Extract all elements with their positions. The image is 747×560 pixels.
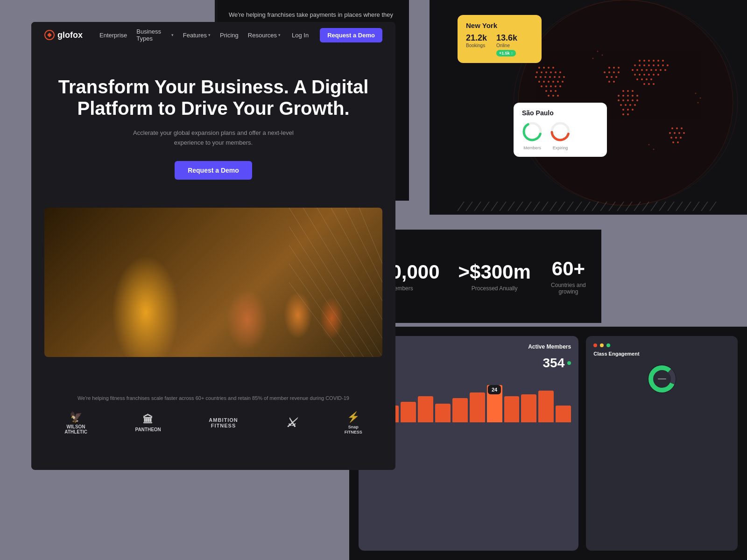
nav-enterprise[interactable]: Enterprise	[99, 32, 127, 39]
svg-line-166	[558, 202, 565, 211]
brand-katana: ⚔	[286, 416, 296, 430]
svg-point-104	[540, 76, 542, 78]
svg-point-11	[618, 99, 620, 101]
svg-point-93	[538, 67, 540, 69]
svg-point-27	[618, 67, 620, 69]
bar-6	[452, 398, 468, 422]
max-dot	[606, 343, 610, 347]
svg-point-117	[545, 85, 547, 87]
svg-point-140	[602, 55, 603, 56]
hero-cta-button[interactable]: Request a Demo	[175, 161, 252, 180]
svg-line-192	[303, 208, 382, 338]
svg-point-101	[555, 71, 557, 73]
svg-point-54	[646, 69, 648, 71]
svg-point-133	[683, 132, 685, 134]
svg-point-19	[634, 104, 636, 106]
svg-point-103	[535, 76, 537, 78]
svg-point-38	[643, 60, 645, 62]
nav-features[interactable]: Features ▾	[183, 32, 211, 39]
stat-processed-label: Processed Anually	[458, 285, 531, 292]
svg-point-51	[632, 69, 634, 71]
svg-point-61	[643, 74, 645, 76]
bar-9	[504, 396, 520, 422]
engagement-card: Class Engagement	[586, 336, 738, 551]
svg-point-135	[675, 137, 677, 139]
svg-line-198	[289, 245, 364, 357]
ny-bookings-label: Bookings	[466, 43, 487, 48]
stat-countries-label: Countries and growing	[550, 282, 587, 295]
sp-members-chart	[522, 121, 543, 142]
svg-point-100	[550, 71, 552, 73]
donut-container	[593, 360, 730, 398]
svg-point-28	[604, 71, 606, 73]
svg-point-94	[543, 67, 545, 69]
svg-point-9	[632, 95, 634, 97]
trails-label: e Trails	[366, 374, 571, 379]
logo: glofox	[44, 30, 83, 40]
svg-line-170	[592, 202, 599, 211]
svg-point-24	[627, 113, 629, 115]
close-dot	[593, 343, 597, 347]
svg-point-130	[669, 132, 671, 134]
svg-line-168	[575, 202, 582, 211]
nav-resources[interactable]: Resources ▾	[248, 32, 281, 39]
brand-ambition: AMBITIONFITNESS	[209, 417, 238, 428]
svg-point-16	[620, 104, 622, 106]
svg-point-52	[636, 69, 638, 71]
svg-point-39	[648, 60, 650, 62]
svg-point-69	[643, 83, 645, 85]
svg-point-33	[611, 76, 613, 78]
svg-point-105	[544, 76, 546, 78]
svg-point-121	[545, 90, 547, 92]
svg-line-171	[600, 202, 607, 211]
svg-point-58	[664, 69, 666, 71]
hash-marks	[439, 202, 738, 211]
sp-city-name: São Paulo	[522, 109, 599, 117]
brand-wilson: 🦅 WILSONATHLETIC	[64, 411, 87, 434]
active-members-title: Active Members	[528, 343, 571, 350]
svg-point-66	[641, 78, 643, 80]
logo-text: glofox	[57, 30, 83, 40]
svg-line-159	[500, 202, 506, 211]
svg-point-67	[646, 78, 648, 80]
nav-login[interactable]: Log In	[292, 32, 309, 39]
svg-line-155	[466, 202, 472, 211]
bar-10	[521, 394, 536, 422]
svg-point-108	[558, 76, 560, 78]
website-container: glofox Enterprise Business Types ▾ Featu…	[31, 22, 395, 470]
svg-point-45	[643, 64, 645, 66]
nav-cta-button[interactable]: Request a Demo	[320, 28, 382, 42]
svg-point-32	[606, 76, 608, 78]
navbar: glofox Enterprise Business Types ▾ Featu…	[31, 22, 395, 48]
svg-line-180	[676, 202, 683, 211]
svg-point-36	[613, 81, 615, 83]
svg-line-158	[491, 202, 498, 211]
svg-point-115	[562, 81, 564, 83]
svg-line-160	[508, 202, 514, 211]
svg-point-139	[597, 51, 599, 52]
svg-point-55	[650, 69, 652, 71]
svg-line-179	[668, 202, 674, 211]
svg-point-71	[653, 83, 655, 85]
nav-pricing[interactable]: Pricing	[220, 32, 239, 39]
svg-point-98	[541, 71, 543, 73]
hash-svg	[439, 202, 738, 211]
svg-line-161	[516, 202, 523, 211]
bar-3	[401, 402, 416, 422]
pantheon-icon: 🏛	[135, 414, 161, 426]
svg-point-30	[613, 71, 615, 73]
svg-point-123	[555, 90, 557, 92]
svg-line-184	[710, 202, 716, 211]
svg-point-109	[563, 76, 565, 78]
brands-text: We're helping fitness franchises scale f…	[44, 394, 382, 402]
svg-point-25	[608, 67, 610, 69]
svg-point-120	[559, 85, 561, 87]
svg-point-3	[622, 90, 624, 92]
svg-point-141	[592, 58, 594, 59]
nav-business-types[interactable]: Business Types ▾	[136, 28, 174, 42]
svg-point-49	[662, 64, 664, 66]
svg-line-174	[626, 202, 632, 211]
ambition-text: AMBITIONFITNESS	[209, 417, 238, 428]
svg-line-172	[609, 202, 615, 211]
svg-point-106	[549, 76, 551, 78]
